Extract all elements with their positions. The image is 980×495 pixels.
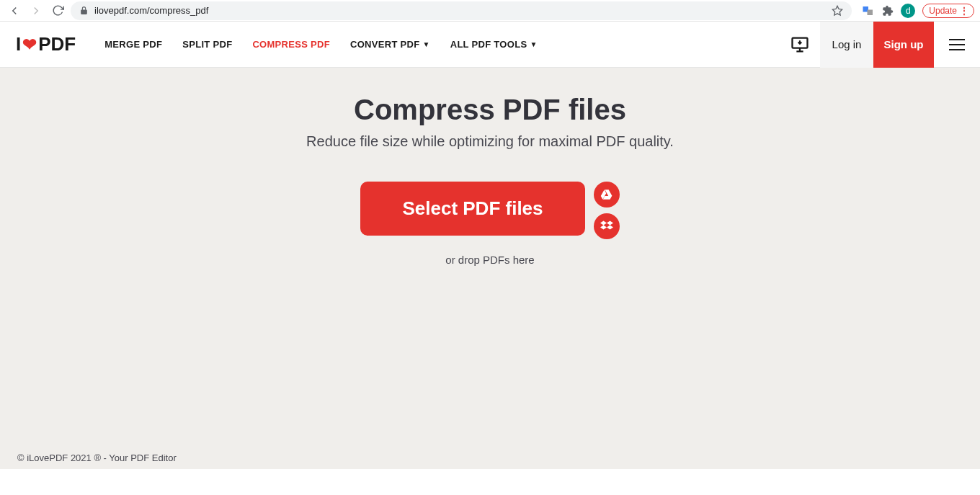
lock-icon — [79, 6, 89, 15]
back-icon[interactable] — [6, 2, 23, 19]
nav-compress[interactable]: COMPRESS PDF — [252, 39, 330, 50]
nav-all-tools[interactable]: ALL PDF TOOLS ▼ — [450, 39, 538, 50]
browser-bar: ilovepdf.com/compress_pdf d Update ⋮ — [0, 0, 980, 22]
avatar-letter: d — [906, 6, 911, 16]
menu-button[interactable] — [934, 22, 980, 68]
extensions-icon[interactable] — [882, 5, 894, 17]
address-bar[interactable]: ilovepdf.com/compress_pdf — [71, 1, 852, 20]
dropbox-button[interactable] — [594, 213, 620, 239]
google-drive-button[interactable] — [594, 182, 620, 208]
update-label: Update — [929, 6, 957, 16]
signup-button[interactable]: Sign up — [873, 22, 934, 68]
svg-rect-2 — [868, 9, 873, 15]
drop-hint: or drop PDFs here — [445, 254, 534, 266]
logo[interactable]: I ❤ PDF — [16, 33, 76, 55]
site-header: I ❤ PDF MERGE PDF SPLIT PDF COMPRESS PDF… — [0, 22, 980, 68]
logo-left: I — [16, 33, 21, 55]
main-content: Compress PDF files Reduce file size whil… — [0, 68, 980, 469]
hamburger-icon — [949, 39, 965, 50]
logo-right: PDF — [38, 33, 76, 55]
footer: © iLovePDF 2021 ® - Your PDF Editor — [0, 445, 980, 469]
translate-icon[interactable] — [862, 4, 875, 17]
heart-icon: ❤ — [22, 35, 37, 55]
avatar[interactable]: d — [901, 4, 915, 18]
nav-split[interactable]: SPLIT PDF — [182, 39, 232, 50]
star-icon[interactable] — [832, 5, 843, 17]
forward-icon[interactable] — [27, 2, 45, 19]
page-subtitle: Reduce file size while optimizing for ma… — [306, 133, 674, 150]
nav-convert[interactable]: CONVERT PDF ▼ — [350, 39, 430, 50]
chevron-down-icon: ▼ — [530, 40, 537, 48]
login-button[interactable]: Log in — [820, 22, 873, 68]
select-files-button[interactable]: Select PDF files — [360, 182, 584, 236]
svg-marker-0 — [833, 6, 842, 15]
nav-merge[interactable]: MERGE PDF — [104, 39, 162, 50]
menu-dots-icon: ⋮ — [960, 6, 968, 16]
download-desktop-icon[interactable] — [780, 22, 820, 68]
main-nav: MERGE PDF SPLIT PDF COMPRESS PDF CONVERT… — [104, 39, 537, 50]
url-text: ilovepdf.com/compress_pdf — [94, 5, 208, 16]
update-button[interactable]: Update ⋮ — [922, 4, 974, 18]
reload-icon[interactable] — [49, 2, 66, 19]
chevron-down-icon: ▼ — [422, 40, 429, 48]
page-title: Compress PDF files — [354, 94, 626, 126]
footer-text: © iLovePDF 2021 ® - Your PDF Editor — [17, 452, 177, 463]
